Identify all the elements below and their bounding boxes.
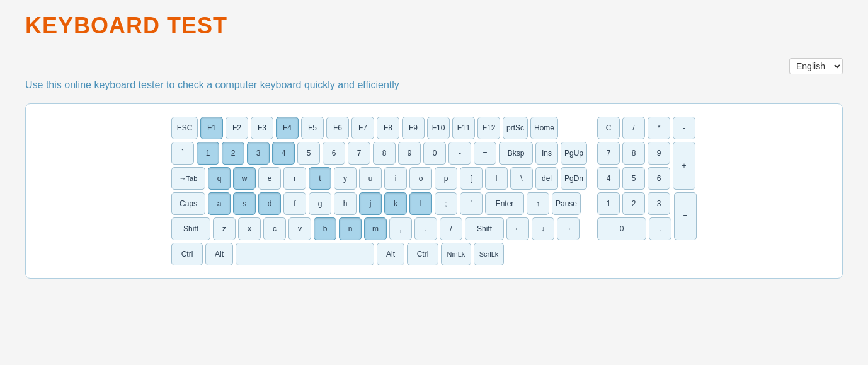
key-ins[interactable]: Ins [535, 142, 558, 165]
key-b[interactable]: b [314, 217, 336, 240]
key-f5[interactable]: F5 [301, 117, 324, 139]
key-semicolon[interactable]: ; [435, 192, 457, 215]
key-w[interactable]: w [233, 167, 256, 190]
key-0[interactable]: 0 [423, 142, 446, 165]
key-caps[interactable]: Caps [171, 192, 205, 215]
key-u[interactable]: u [359, 167, 382, 190]
key-period[interactable]: . [414, 217, 437, 240]
key-y[interactable]: y [334, 167, 357, 190]
key-f4[interactable]: F4 [276, 117, 299, 139]
key-f8[interactable]: F8 [377, 117, 399, 139]
numpad-div[interactable]: / [622, 117, 645, 139]
key-f2[interactable]: F2 [226, 117, 248, 139]
key-alt-left[interactable]: Alt [205, 243, 233, 265]
key-l[interactable]: l [409, 192, 432, 215]
key-rbracket[interactable]: l [485, 167, 508, 190]
key-h[interactable]: h [334, 192, 357, 215]
key-s[interactable]: s [233, 192, 256, 215]
key-right[interactable]: → [557, 217, 580, 240]
key-j[interactable]: j [359, 192, 382, 215]
key-ctrl-right[interactable]: Ctrl [407, 243, 438, 265]
key-f[interactable]: f [283, 192, 306, 215]
key-q[interactable]: q [208, 167, 231, 190]
key-r[interactable]: r [283, 167, 306, 190]
key-1[interactable]: 1 [197, 142, 219, 165]
key-enter[interactable]: Enter [485, 192, 524, 215]
numpad-9[interactable]: 9 [648, 142, 670, 165]
numpad-dot[interactable]: . [649, 217, 671, 240]
key-f7[interactable]: F7 [351, 117, 374, 139]
numpad-enter[interactable]: = [674, 192, 697, 240]
numpad-7[interactable]: 7 [597, 142, 620, 165]
key-g[interactable]: g [309, 192, 331, 215]
key-home[interactable]: Home [530, 117, 558, 139]
language-select[interactable]: English French German Spanish [789, 58, 843, 74]
key-5[interactable]: 5 [297, 142, 320, 165]
key-x[interactable]: x [238, 217, 261, 240]
key-f1[interactable]: F1 [200, 117, 223, 139]
key-ctrl-left[interactable]: Ctrl [171, 243, 203, 265]
key-a[interactable]: a [208, 192, 231, 215]
key-lbracket[interactable]: [ [460, 167, 483, 190]
key-f6[interactable]: F6 [326, 117, 349, 139]
numpad-mul[interactable]: * [648, 117, 670, 139]
key-f12[interactable]: F12 [477, 117, 500, 139]
key-i[interactable]: i [384, 167, 407, 190]
key-f9[interactable]: F9 [402, 117, 425, 139]
key-shift-left[interactable]: Shift [171, 217, 210, 240]
numpad-sub[interactable]: - [673, 117, 695, 139]
key-space[interactable] [236, 243, 374, 265]
key-f10[interactable]: F10 [427, 117, 450, 139]
key-pgdn[interactable]: PgDn [561, 167, 587, 190]
key-quote[interactable]: ' [460, 192, 483, 215]
numpad-5[interactable]: 5 [622, 167, 645, 190]
key-c[interactable]: c [263, 217, 286, 240]
numpad-3[interactable]: 3 [648, 192, 670, 215]
key-slash[interactable]: / [440, 217, 462, 240]
key-up[interactable]: ↑ [527, 192, 549, 215]
key-tab[interactable]: →Tab [171, 167, 205, 190]
key-comma[interactable]: , [389, 217, 412, 240]
key-alt-right[interactable]: Alt [377, 243, 404, 265]
key-minus[interactable]: - [448, 142, 471, 165]
key-pause[interactable]: Pause [552, 192, 581, 215]
key-del[interactable]: del [535, 167, 558, 190]
key-k[interactable]: k [384, 192, 407, 215]
key-9[interactable]: 9 [398, 142, 421, 165]
key-z[interactable]: z [213, 217, 236, 240]
key-v[interactable]: v [288, 217, 311, 240]
key-8[interactable]: 8 [373, 142, 396, 165]
key-backtick[interactable]: ` [171, 142, 194, 165]
numpad-1[interactable]: 1 [597, 192, 620, 215]
key-shift-right[interactable]: Shift [465, 217, 504, 240]
numpad-0[interactable]: 0 [597, 217, 646, 240]
key-pgup[interactable]: PgUp [561, 142, 587, 165]
key-3[interactable]: 3 [247, 142, 270, 165]
key-2[interactable]: 2 [222, 142, 244, 165]
key-o[interactable]: o [409, 167, 432, 190]
key-7[interactable]: 7 [348, 142, 370, 165]
key-numlk[interactable]: NmLk [441, 243, 471, 265]
key-p[interactable]: p [435, 167, 457, 190]
key-d[interactable]: d [258, 192, 281, 215]
key-backspace[interactable]: Bksp [499, 142, 533, 165]
key-prtsc[interactable]: prtSc [503, 117, 528, 139]
key-down[interactable]: ↓ [532, 217, 554, 240]
numpad-plus[interactable]: + [673, 142, 695, 190]
key-e[interactable]: e [258, 167, 281, 190]
key-esc[interactable]: ESC [171, 117, 198, 139]
numpad-8[interactable]: 8 [622, 142, 645, 165]
key-backslash[interactable]: \ [510, 167, 533, 190]
key-f11[interactable]: F11 [452, 117, 475, 139]
key-equals[interactable]: = [474, 142, 496, 165]
numpad-6[interactable]: 6 [648, 167, 670, 190]
key-t[interactable]: t [309, 167, 331, 190]
numpad-c[interactable]: C [597, 117, 620, 139]
key-scrlk[interactable]: ScrlLk [474, 243, 504, 265]
numpad-4[interactable]: 4 [597, 167, 620, 190]
numpad-2[interactable]: 2 [622, 192, 645, 215]
key-f3[interactable]: F3 [251, 117, 273, 139]
key-m[interactable]: m [364, 217, 387, 240]
key-left[interactable]: ← [506, 217, 529, 240]
key-4[interactable]: 4 [272, 142, 295, 165]
